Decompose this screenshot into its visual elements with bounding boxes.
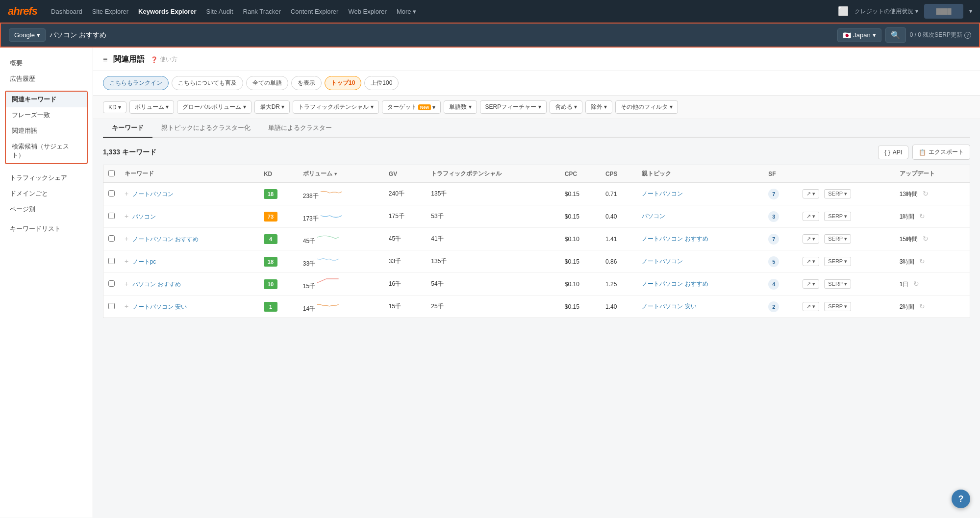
export-button[interactable]: 📋 エクスポート [912, 145, 970, 160]
row-checkbox[interactable] [108, 190, 115, 197]
add-keyword-icon[interactable]: + [125, 212, 128, 220]
section-header: ≡ 関連用語 ❓ 使い方 [93, 48, 980, 71]
row-checkbox[interactable] [108, 258, 115, 264]
row-checkbox[interactable] [108, 280, 115, 287]
keyword-link[interactable]: パソコン おすすめ [132, 281, 181, 288]
parent-topic-link[interactable]: ノートパソコン [642, 258, 683, 265]
filter-tab-also-mention[interactable]: こちらについても言及 [172, 76, 243, 90]
nav-dashboard[interactable]: Dashboard [51, 6, 82, 17]
search-input[interactable] [50, 31, 440, 39]
filter-tab-also-rank[interactable]: こちらもランクイン [103, 76, 169, 90]
nav-content-explorer[interactable]: Content Explorer [291, 6, 339, 17]
serp-help-icon[interactable]: ? [964, 32, 971, 39]
filter-traffic-potential[interactable]: トラフィックポテンシャル ▾ [293, 100, 378, 114]
parent-topic-link[interactable]: ノートパソコン 安い [642, 303, 696, 310]
trend-button[interactable]: ↗ ▾ [803, 189, 819, 198]
filter-exclude[interactable]: 除外 ▾ [585, 100, 612, 114]
trend-button[interactable]: ↗ ▾ [803, 212, 819, 221]
nav-web-explorer[interactable]: Web Explorer [348, 6, 387, 17]
trend-button[interactable]: ↗ ▾ [803, 279, 819, 289]
refresh-icon[interactable]: ↻ [919, 212, 925, 220]
nav-more[interactable]: More ▾ [397, 6, 416, 17]
nav-site-audit[interactable]: Site Audit [206, 6, 233, 17]
filter-kd[interactable]: KD ▾ [103, 101, 126, 113]
keyword-link[interactable]: ノートpc [132, 258, 156, 265]
api-button[interactable]: { } API [878, 146, 908, 159]
row-checkbox[interactable] [108, 213, 115, 219]
help-bubble[interactable]: ? [952, 490, 970, 508]
filter-tab-show[interactable]: を表示 [291, 76, 322, 90]
filter-volume[interactable]: ボリューム ▾ [129, 100, 174, 114]
serp-button[interactable]: SERP ▾ [824, 234, 851, 244]
refresh-icon[interactable]: ↻ [923, 235, 929, 243]
refresh-icon[interactable]: ↻ [919, 302, 925, 310]
nav-site-explorer[interactable]: Site Explorer [92, 6, 128, 17]
row-checkbox[interactable] [108, 235, 115, 242]
search-button[interactable]: 🔍 [885, 27, 906, 43]
serp-button[interactable]: SERP ▾ [824, 302, 851, 311]
parent-topic-link[interactable]: パソコン [642, 213, 665, 220]
serp-button[interactable]: SERP ▾ [824, 257, 851, 266]
sidebar-item-ad-history[interactable]: 広告履歴 [0, 71, 93, 87]
monitor-icon[interactable]: ⬜ [838, 6, 849, 17]
keyword-link[interactable]: パソコン [132, 213, 156, 220]
serp-button[interactable]: SERP ▾ [824, 212, 851, 221]
ahrefs-logo[interactable]: ahrefs [8, 5, 37, 18]
credit-usage[interactable]: クレジットの使用状況 ▾ [854, 7, 918, 16]
sidebar-item-keyword-list[interactable]: キーワードリスト [0, 221, 93, 237]
sidebar-item-overview[interactable]: 概要 [0, 55, 93, 71]
user-avatar[interactable]: ████ [924, 4, 963, 19]
filter-include[interactable]: 含める ▾ [550, 100, 582, 114]
tab-cluster-parent[interactable]: 親トピックによるクラスター化 [152, 119, 259, 138]
keyword-link[interactable]: ノートパソコン おすすめ [132, 236, 199, 243]
filter-target[interactable]: ターゲット New ▾ [382, 100, 441, 114]
sidebar-item-traffic-share[interactable]: トラフィックシェア [0, 170, 93, 186]
search-engine-selector[interactable]: Google ▾ [9, 28, 46, 42]
tab-keywords[interactable]: キーワード [103, 119, 152, 138]
nav-keywords-explorer[interactable]: Keywords Explorer [138, 6, 197, 17]
sidebar-item-related-keywords[interactable]: 関連キーワード [6, 92, 87, 107]
refresh-icon[interactable]: ↻ [913, 280, 919, 288]
add-keyword-icon[interactable]: + [125, 190, 128, 197]
keyword-link[interactable]: ノートパソコン 安い [132, 303, 187, 310]
country-selector[interactable]: 🇯🇵 Japan ▾ [837, 28, 881, 42]
select-all-checkbox[interactable] [108, 170, 115, 176]
sidebar-item-by-domain[interactable]: ドメインごと [0, 186, 93, 201]
sidebar-item-search-suggestions[interactable]: 検索候補（サジェスト） [6, 139, 87, 163]
row-gv-cell: 175千 [384, 205, 426, 228]
add-keyword-icon[interactable]: + [125, 257, 128, 265]
sidebar-item-phrase-match[interactable]: フレーズ一致 [6, 107, 87, 123]
traffic-value: 135千 [431, 190, 447, 197]
add-keyword-icon[interactable]: + [125, 280, 128, 288]
trend-button[interactable]: ↗ ▾ [803, 257, 819, 266]
filter-other[interactable]: その他のフィルタ ▾ [615, 100, 678, 114]
row-checkbox[interactable] [108, 303, 115, 309]
parent-topic-link[interactable]: ノートパソコン おすすめ [642, 280, 708, 287]
keyword-link[interactable]: ノートパソコン [132, 191, 174, 197]
serp-button[interactable]: SERP ▾ [824, 189, 851, 198]
filter-word-count[interactable]: 単語数 ▾ [444, 100, 477, 114]
refresh-icon[interactable]: ↻ [919, 257, 925, 265]
parent-topic-link[interactable]: ノートパソコン [642, 190, 683, 197]
trend-button[interactable]: ↗ ▾ [803, 234, 819, 244]
section-help-link[interactable]: ❓ 使い方 [151, 55, 177, 64]
filter-global-volume[interactable]: グローバルボリューム ▾ [177, 100, 251, 114]
filter-max-dr[interactable]: 最大DR ▾ [254, 100, 290, 114]
serp-button[interactable]: SERP ▾ [824, 279, 851, 289]
refresh-icon[interactable]: ↻ [923, 190, 929, 197]
sidebar-item-related-terms[interactable]: 関連用語 [6, 123, 87, 139]
add-keyword-icon[interactable]: + [125, 235, 128, 243]
filter-tab-all-words[interactable]: 全ての単語 [246, 76, 288, 90]
filter-tab-top10[interactable]: トップ10 [325, 76, 361, 90]
parent-topic-link[interactable]: ノートパソコン おすすめ [642, 235, 708, 242]
th-volume[interactable]: ボリューム [298, 165, 384, 183]
tab-cluster-word[interactable]: 単語によるクラスター [259, 119, 341, 138]
filter-serp-features[interactable]: SERPフィーチャー ▾ [480, 100, 547, 114]
filter-tab-top100[interactable]: 上位100 [364, 76, 399, 90]
trend-button[interactable]: ↗ ▾ [803, 302, 819, 311]
nav-rank-tracker[interactable]: Rank Tracker [243, 6, 281, 17]
account-dropdown[interactable]: ▾ [969, 8, 972, 15]
sidebar-item-by-page[interactable]: ページ別 [0, 201, 93, 217]
add-keyword-icon[interactable]: + [125, 302, 128, 310]
hamburger-icon[interactable]: ≡ [103, 55, 107, 64]
